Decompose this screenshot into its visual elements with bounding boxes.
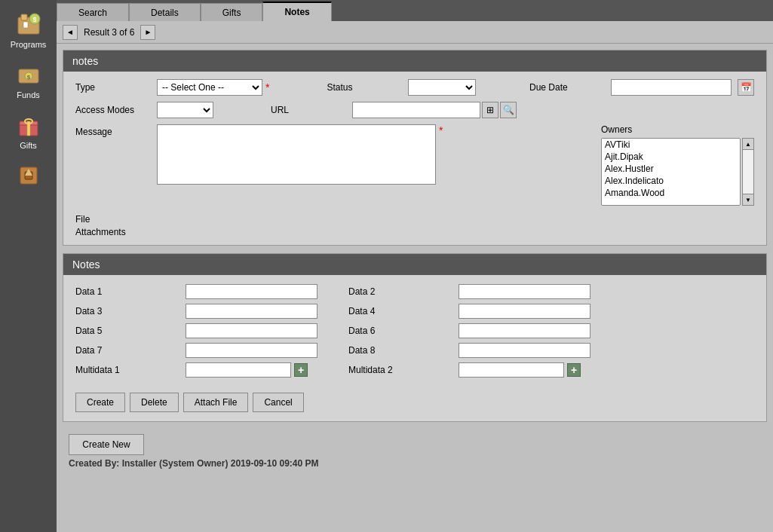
create-new-button[interactable]: Create New	[69, 434, 144, 455]
status-select[interactable]	[408, 79, 476, 96]
data6-input[interactable]	[459, 323, 590, 338]
prev-button[interactable]: ◄	[63, 25, 78, 40]
data1-label: Data 1	[75, 286, 173, 297]
notes-data-header: Notes	[63, 254, 766, 275]
data5-label: Data 5	[75, 326, 173, 336]
multidata2-group: +	[459, 362, 609, 378]
attach-file-button[interactable]: Attach File	[183, 393, 249, 412]
multidata1-add-button[interactable]: +	[294, 363, 308, 377]
calendar-button[interactable]: 📅	[738, 79, 754, 96]
data1-input[interactable]	[186, 284, 317, 299]
sidebar-item-funds[interactable]: $ Funds	[3, 57, 54, 104]
data8-label: Data 8	[348, 345, 446, 356]
multidata2-add-button[interactable]: +	[567, 363, 581, 377]
access-modes-label: Access Modes	[75, 105, 151, 115]
url-group: ⊞ 🔍	[352, 102, 517, 118]
type-required: *	[265, 81, 269, 93]
data6-label: Data 6	[348, 326, 446, 336]
message-textarea[interactable]	[157, 124, 436, 185]
navigation-bar: ◄ Result 3 of 6 ►	[57, 21, 773, 44]
cancel-button[interactable]: Cancel	[253, 393, 303, 412]
notes-data-section: Notes Data 1 Data 2 Data 3 Data 4 Data 5	[63, 253, 767, 422]
sidebar-label-funds: Funds	[17, 90, 40, 99]
data8-input[interactable]	[459, 343, 590, 358]
data2-label: Data 2	[348, 286, 446, 297]
svg-rect-2	[23, 22, 28, 28]
message-label: Message	[75, 124, 151, 137]
status-label: Status	[327, 82, 402, 93]
multidata2-input[interactable]	[459, 362, 564, 378]
result-indicator: Result 3 of 6	[84, 27, 134, 38]
data3-label: Data 3	[75, 306, 173, 316]
tab-search[interactable]: Search	[57, 3, 129, 21]
sidebar-label-gifts: Gifts	[20, 141, 37, 150]
main-content: Search Details Gifts Notes ◄ Result 3 of…	[57, 0, 773, 532]
data7-label: Data 7	[75, 345, 173, 356]
tab-details[interactable]: Details	[129, 3, 201, 21]
due-date-input[interactable]	[611, 79, 732, 96]
funds-icon: $	[15, 61, 42, 88]
multidata1-input[interactable]	[186, 362, 291, 378]
svg-rect-1	[21, 14, 27, 20]
gifts-icon	[15, 112, 42, 139]
owners-scroll-down[interactable]: ▼	[742, 194, 754, 206]
type-select[interactable]: -- Select One --	[157, 79, 262, 96]
data2-input[interactable]	[459, 284, 590, 299]
data4-input[interactable]	[459, 304, 590, 319]
action-buttons: Create Delete Attach File Cancel	[63, 387, 766, 421]
delete-button[interactable]: Delete	[130, 393, 179, 412]
owners-scroll-up[interactable]: ▲	[742, 138, 754, 150]
multidata1-group: +	[186, 362, 336, 378]
multidata2-label: Multidata 2	[348, 365, 446, 375]
data5-input[interactable]	[186, 323, 317, 338]
tab-gifts[interactable]: Gifts	[201, 3, 263, 21]
file-attachments-label: File Attachments	[75, 213, 151, 239]
notes-top-section: notes Type -- Select One -- * Status	[63, 50, 767, 246]
bottom-bar: Create New Created By: Installer (System…	[63, 430, 767, 473]
next-button[interactable]: ►	[140, 25, 155, 40]
sidebar-label-programs: Programs	[11, 40, 47, 49]
url-input[interactable]	[352, 102, 480, 118]
url-search-button[interactable]: 🔍	[500, 102, 517, 118]
due-date-label: Due Date	[529, 82, 605, 93]
create-button[interactable]: Create	[75, 393, 125, 412]
data3-input[interactable]	[186, 304, 317, 319]
data7-input[interactable]	[186, 343, 317, 358]
url-label: URL	[271, 105, 346, 115]
owners-listbox[interactable]: AVTiki Ajit.Dipak Alex.Hustler Alex.Inde…	[601, 138, 741, 206]
multidata1-label: Multidata 1	[75, 365, 173, 375]
sidebar: $ Programs $ Funds Gifts	[0, 0, 57, 532]
data4-label: Data 4	[348, 306, 446, 316]
content-area: notes Type -- Select One -- * Status	[57, 44, 773, 532]
message-required: *	[439, 124, 443, 136]
programs-icon: $	[15, 11, 42, 38]
tab-bar: Search Details Gifts Notes	[57, 0, 773, 21]
owners-label: Owners	[601, 124, 754, 135]
svg-text:$: $	[26, 74, 30, 81]
notes-top-header: notes	[63, 50, 766, 72]
access-modes-select[interactable]	[157, 102, 213, 118]
data-grid: Data 1 Data 2 Data 3 Data 4 Data 5 Data …	[63, 275, 766, 387]
url-open-button[interactable]: ⊞	[482, 102, 498, 118]
svg-text:$: $	[32, 16, 36, 23]
sidebar-item-programs[interactable]: $ Programs	[3, 6, 54, 54]
created-by-text: Created By: Installer (System Owner) 201…	[69, 458, 761, 469]
sidebar-item-exit[interactable]	[3, 157, 54, 196]
exit-icon	[15, 162, 42, 189]
type-label: Type	[75, 82, 151, 93]
sidebar-item-gifts[interactable]: Gifts	[3, 107, 54, 154]
tab-notes[interactable]: Notes	[262, 2, 331, 21]
